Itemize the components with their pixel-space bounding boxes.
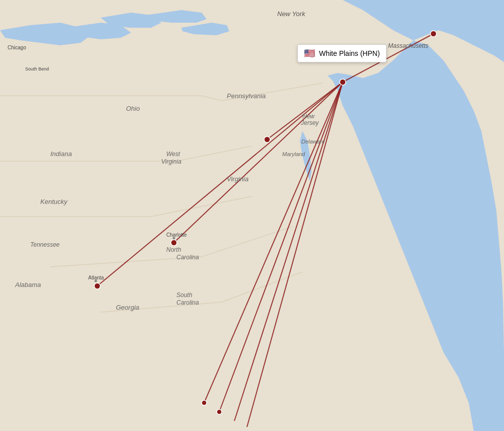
svg-point-26 — [217, 409, 222, 414]
svg-point-25 — [202, 400, 207, 405]
georgia-label: Georgia — [116, 304, 139, 311]
city-atlanta-label: Atlanta — [88, 275, 104, 280]
airport-tooltip: 🇺🇸 White Plains (HPN) — [297, 44, 387, 62]
svg-point-22 — [264, 136, 270, 142]
ohio-label: Ohio — [126, 105, 140, 112]
west-virginia-label: West — [166, 151, 180, 158]
airport-label: White Plains (HPN) — [319, 49, 380, 57]
svg-text:Carolina: Carolina — [176, 299, 199, 306]
svg-text:South Bend: South Bend — [25, 66, 49, 71]
svg-text:Virginia: Virginia — [161, 158, 181, 165]
map-container: New York Massachusetts Pennsylvania Ohio… — [0, 0, 504, 431]
city-chicago: Chicago — [8, 45, 26, 50]
svg-text:Jersey: Jersey — [300, 119, 319, 126]
svg-point-21 — [430, 31, 436, 37]
kentucky-label: Kentucky — [40, 198, 68, 205]
new-york-label: New York — [277, 10, 306, 18]
city-charlotte-label: Charlotte — [166, 232, 187, 238]
svg-point-23 — [171, 240, 177, 246]
south-carolina-label: South — [176, 292, 193, 299]
maryland-label: Maryland — [282, 151, 305, 157]
svg-point-24 — [94, 283, 100, 289]
massachusetts-label: Massachusetts — [388, 42, 428, 49]
new-jersey-label: New — [302, 113, 315, 120]
alabama-label: Alabama — [15, 281, 41, 289]
svg-point-33 — [173, 237, 175, 240]
virginia-label: Virginia — [227, 175, 248, 183]
svg-point-20 — [340, 79, 346, 85]
tennessee-label: Tennessee — [30, 241, 60, 248]
pennsylvania-label: Pennsylvania — [227, 92, 266, 100]
svg-point-32 — [95, 280, 97, 282]
north-carolina-label: North — [166, 246, 181, 253]
svg-text:Carolina: Carolina — [176, 254, 199, 261]
map-svg: New York Massachusetts Pennsylvania Ohio… — [0, 0, 504, 431]
us-flag-icon: 🇺🇸 — [304, 48, 315, 59]
indiana-label: Indiana — [50, 150, 72, 158]
delaware-label: Delaware — [301, 138, 325, 145]
